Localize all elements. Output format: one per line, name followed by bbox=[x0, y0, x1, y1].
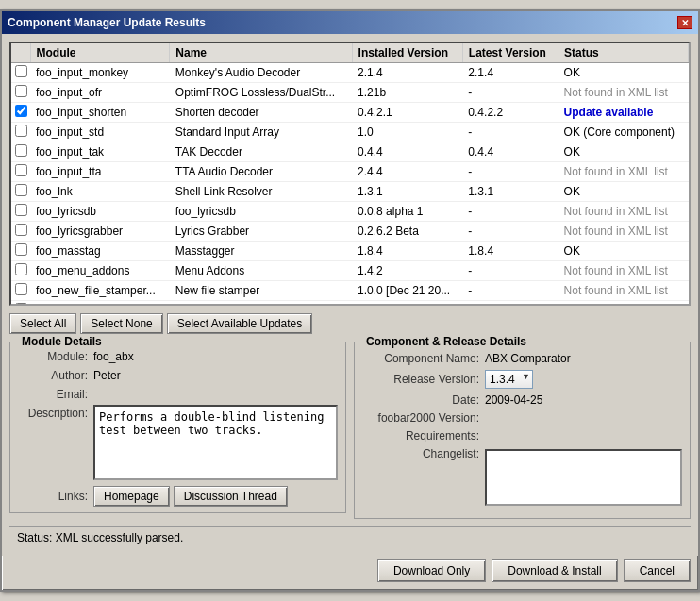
row-name: Monkey's Audio Decoder bbox=[170, 63, 352, 83]
email-row: Email: bbox=[18, 386, 338, 401]
row-installed-version: 1.3.1 bbox=[352, 182, 462, 202]
row-latest-version: - bbox=[462, 222, 558, 242]
row-checkbox[interactable] bbox=[15, 184, 27, 196]
foobar-row: foobar2000 Version: bbox=[362, 411, 682, 425]
window-body: Module Name Installed Version Latest Ver… bbox=[2, 34, 698, 556]
row-installed-version: 2.1 bbox=[352, 301, 462, 307]
right-panel: Component & Release Details Component Na… bbox=[354, 342, 691, 519]
homepage-button[interactable]: Homepage bbox=[93, 486, 170, 507]
col-header-check bbox=[11, 43, 30, 63]
col-header-name: Name bbox=[170, 43, 352, 63]
description-textarea[interactable] bbox=[93, 405, 338, 480]
row-name: TAK Decoder bbox=[170, 142, 352, 162]
row-checkbox-cell bbox=[11, 281, 30, 301]
row-checkbox[interactable] bbox=[15, 164, 27, 176]
row-module: foo_input_ofr bbox=[30, 83, 170, 103]
component-name-row: Component Name: ABX Comparator bbox=[362, 352, 682, 365]
links-label: Links: bbox=[18, 490, 93, 503]
status-text: Status: XML successfully parsed. bbox=[17, 531, 183, 544]
module-details-title: Module Details bbox=[18, 335, 106, 348]
row-name: TTA Audio Decoder bbox=[170, 162, 352, 182]
row-installed-version: 1.4.2 bbox=[352, 261, 462, 281]
requirements-row: Requirements: bbox=[362, 429, 682, 442]
download-only-button[interactable]: Download Only bbox=[377, 559, 486, 582]
row-checkbox[interactable] bbox=[15, 283, 27, 295]
table-row: foo_out_wasapiWASAPI output support2.12.… bbox=[11, 301, 689, 307]
row-checkbox[interactable] bbox=[15, 263, 27, 275]
row-module: foo_new_file_stamper... bbox=[30, 281, 170, 301]
select-available-button[interactable]: Select Available Updates bbox=[167, 313, 313, 334]
row-checkbox[interactable] bbox=[15, 303, 27, 306]
row-latest-version: - bbox=[462, 83, 558, 103]
row-latest-version: - bbox=[462, 261, 558, 281]
window-title: Component Manager Update Results bbox=[8, 16, 206, 29]
row-status: OK (Core component) bbox=[558, 123, 689, 142]
row-module: foo_lnk bbox=[30, 182, 170, 202]
col-header-installed: Installed Version bbox=[352, 43, 462, 63]
row-module: foo_lyricsgrabber bbox=[30, 222, 170, 242]
row-name: Masstagger bbox=[170, 242, 352, 261]
row-status: Not found in XML list bbox=[558, 281, 689, 301]
row-checkbox[interactable] bbox=[15, 105, 27, 117]
row-checkbox-cell bbox=[11, 63, 30, 83]
row-status: OK bbox=[558, 142, 689, 162]
row-latest-version: - bbox=[462, 123, 558, 142]
row-checkbox-cell bbox=[11, 142, 30, 162]
row-latest-version: - bbox=[462, 162, 558, 182]
discussion-thread-button[interactable]: Discussion Thread bbox=[174, 486, 288, 507]
row-status: OK bbox=[558, 63, 689, 83]
row-module: foo_out_wasapi bbox=[30, 301, 170, 307]
row-checkbox-cell bbox=[11, 222, 30, 242]
table-row: foo_menu_addonsMenu Addons1.4.2-Not foun… bbox=[11, 261, 689, 281]
description-label: Description: bbox=[18, 405, 93, 420]
release-details-group: Component & Release Details Component Na… bbox=[354, 342, 691, 519]
row-latest-version: 1.8.4 bbox=[462, 242, 558, 261]
row-checkbox[interactable] bbox=[15, 65, 27, 77]
row-checkbox[interactable] bbox=[15, 85, 27, 97]
modules-table-container[interactable]: Module Name Installed Version Latest Ver… bbox=[9, 42, 691, 306]
row-checkbox-cell bbox=[11, 162, 30, 182]
table-row: foo_input_ofrOptimFROG Lossless/DualStr.… bbox=[11, 83, 689, 103]
component-name-value: ABX Comparator bbox=[485, 352, 571, 365]
cancel-button[interactable]: Cancel bbox=[624, 559, 691, 582]
close-button[interactable]: ✕ bbox=[677, 16, 692, 29]
module-value: foo_abx bbox=[93, 348, 338, 363]
row-module: foo_input_tta bbox=[30, 162, 170, 182]
download-install-button[interactable]: Download & Install bbox=[492, 559, 617, 582]
row-installed-version: 1.21b bbox=[352, 83, 462, 103]
table-row: foo_input_shortenShorten decoder0.4.2.10… bbox=[11, 103, 689, 123]
row-checkbox[interactable] bbox=[15, 204, 27, 216]
row-status: Not found in XML list bbox=[558, 202, 689, 222]
row-module: foo_input_std bbox=[30, 123, 170, 142]
row-module: foo_input_tak bbox=[30, 142, 170, 162]
row-checkbox-cell bbox=[11, 123, 30, 142]
row-installed-version: 0.0.8 alpha 1 bbox=[352, 202, 462, 222]
author-value: Peter bbox=[93, 367, 338, 382]
row-checkbox[interactable] bbox=[15, 224, 27, 236]
author-label: Author: bbox=[18, 367, 93, 382]
select-none-button[interactable]: Select None bbox=[80, 313, 162, 334]
release-version-label: Release Version: bbox=[362, 373, 485, 386]
release-details-title: Component & Release Details bbox=[362, 335, 530, 348]
row-name: OptimFROG Lossless/DualStr... bbox=[170, 83, 352, 103]
row-checkbox[interactable] bbox=[15, 144, 27, 157]
row-status: Not found in XML list bbox=[558, 162, 689, 182]
changelist-row: Changelist: bbox=[362, 447, 682, 506]
changelist-content bbox=[485, 449, 682, 506]
row-status: Not found in XML list bbox=[558, 261, 689, 281]
row-installed-version: 2.1.4 bbox=[352, 63, 462, 83]
requirements-label: Requirements: bbox=[362, 429, 485, 442]
row-status: OK bbox=[558, 182, 689, 202]
row-checkbox[interactable] bbox=[15, 125, 27, 137]
row-module: foo_input_monkey bbox=[30, 63, 170, 83]
email-value bbox=[93, 386, 338, 388]
row-name: Lyrics Grabber bbox=[170, 222, 352, 242]
row-checkbox-cell bbox=[11, 202, 30, 222]
select-all-button[interactable]: Select All bbox=[9, 313, 76, 334]
left-panel: Module Details Module: foo_abx Author: P… bbox=[9, 342, 346, 519]
row-name: WASAPI output support bbox=[170, 301, 352, 307]
row-checkbox[interactable] bbox=[15, 243, 27, 256]
release-version-select[interactable]: 1.3.4 1.3.3 1.3.2 bbox=[485, 370, 533, 389]
row-module: foo_masstag bbox=[30, 242, 170, 261]
row-module: foo_lyricsdb bbox=[30, 202, 170, 222]
